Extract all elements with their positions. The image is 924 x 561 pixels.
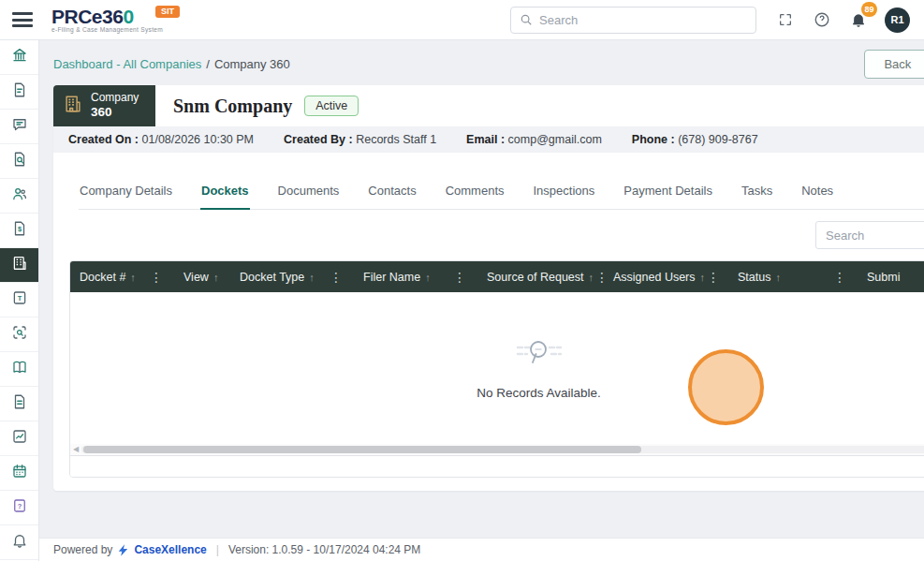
scan-search-icon [11, 324, 28, 345]
meta-email: Email : comp@gmail.com [466, 133, 602, 146]
scrollbar-track[interactable] [81, 446, 924, 453]
sidebar-item-calendar[interactable] [0, 456, 38, 491]
file-task-icon: T [11, 289, 28, 310]
grid-empty-state: No Records Available. [70, 292, 924, 444]
logo-text: PRCe360 [51, 6, 134, 27]
breadcrumb-current: Company 360 [214, 57, 290, 71]
search-icon [520, 13, 533, 26]
environment-badge: SIT [155, 6, 180, 18]
sidebar-nav: $ T ? [0, 40, 39, 561]
sidebar-item-documents[interactable] [0, 75, 38, 110]
breadcrumb-separator: / [206, 57, 210, 71]
company-tabs: Company Details Dockets Documents Contac… [79, 184, 924, 210]
global-search-input[interactable] [539, 13, 747, 27]
company-meta-strip: Created On : 01/08/2026 10:30 PM Created… [53, 126, 924, 153]
breadcrumb-link-dashboard[interactable]: Dashboard - All Companies [53, 57, 201, 71]
meta-phone: Phone : (678) 909-8767 [632, 133, 758, 146]
column-menu-icon[interactable]: ⋮ [328, 270, 345, 285]
sidebar-item-reports[interactable] [0, 387, 38, 421]
scrollbar-thumb[interactable] [83, 446, 641, 453]
sort-asc-icon[interactable]: ↑ [425, 272, 431, 283]
file-dollar-icon: $ [11, 220, 28, 241]
sort-asc-icon[interactable]: ↑ [309, 272, 315, 283]
logo-tagline: e-Filing & Case Management System [51, 27, 163, 34]
sidebar-item-comments[interactable] [0, 110, 38, 144]
sidebar-item-record-search[interactable] [0, 144, 38, 179]
sidebar-item-institution[interactable] [0, 40, 38, 75]
book-icon [11, 359, 28, 379]
main-content: Dashboard - All Companies / Company 360 … [39, 40, 924, 561]
grid-toolbar [53, 210, 924, 260]
building-badge-icon [63, 94, 83, 118]
version-text: Version: 1.0.59 - 10/17/2024 04:24 PM [228, 543, 420, 556]
tab-payment-details[interactable]: Payment Details [623, 184, 713, 209]
no-records-magnifier-icon [510, 336, 568, 374]
file-report-icon [11, 393, 28, 414]
column-header-docket-number[interactable]: Docket #↑⋮ [70, 261, 174, 292]
tab-company-details[interactable]: Company Details [79, 184, 173, 209]
sidebar-item-ledger[interactable] [0, 352, 38, 387]
fullscreen-icon[interactable] [775, 9, 796, 30]
column-header-source-of-request[interactable]: Source of Request↑⋮ [477, 261, 604, 292]
sidebar-item-users[interactable] [0, 179, 38, 214]
svg-text:$: $ [17, 225, 22, 233]
column-header-filer-name[interactable]: Filer Name↑⋮ [354, 261, 477, 292]
sidebar-item-companies[interactable] [0, 248, 38, 283]
dockets-grid: Docket #↑⋮ View↑ Docket Type↑⋮ Filer Nam… [69, 260, 924, 478]
scroll-left-icon[interactable]: ◀ [72, 446, 80, 453]
sidebar-item-analytics[interactable] [0, 421, 38, 456]
top-bar: PRCe360 e-Filing & Case Management Syste… [0, 0, 924, 40]
sort-asc-icon[interactable]: ↑ [130, 272, 136, 283]
grid-horizontal-scrollbar[interactable]: ◀ ▶ [70, 444, 924, 455]
casexellence-logo-icon [118, 544, 128, 556]
sidebar-item-tasks[interactable]: T [0, 283, 38, 317]
sidebar-item-help-center[interactable]: ? [0, 491, 38, 525]
tab-comments[interactable]: Comments [445, 184, 506, 209]
help-book-icon: ? [11, 497, 28, 518]
help-icon[interactable] [812, 9, 832, 30]
back-button[interactable]: Back [864, 50, 924, 79]
company-360-badge: Company360 [53, 85, 155, 126]
sort-asc-icon[interactable]: ↑ [213, 272, 219, 283]
meta-created-by: Created By : Records Staff 1 [284, 133, 436, 146]
sidebar-item-global-search[interactable] [0, 317, 38, 352]
global-search[interactable] [510, 7, 756, 34]
tab-inspections[interactable]: Inspections [533, 184, 596, 209]
grid-header-row: Docket #↑⋮ View↑ Docket Type↑⋮ Filer Nam… [70, 261, 924, 292]
page-title-company-name: Snm Company [173, 96, 292, 117]
column-menu-icon[interactable]: ⋮ [831, 270, 848, 285]
calendar-icon [11, 463, 28, 483]
column-header-view[interactable]: View↑ [174, 261, 230, 292]
footer-separator: | [216, 543, 219, 556]
sidebar-item-payments[interactable]: $ [0, 214, 38, 248]
column-menu-icon[interactable]: ⋮ [451, 270, 468, 285]
status-badge: Active [304, 96, 359, 116]
tab-documents[interactable]: Documents [277, 184, 341, 209]
sidebar-item-notifications[interactable] [0, 525, 38, 560]
institution-icon [11, 47, 28, 67]
breadcrumb: Dashboard - All Companies / Company 360 … [53, 50, 924, 78]
column-menu-icon[interactable]: ⋮ [705, 270, 722, 285]
column-header-assigned-users[interactable]: Assigned Users↑⋮ [604, 261, 728, 292]
meta-created-on: Created On : 01/08/2026 10:30 PM [68, 133, 254, 146]
tab-notes[interactable]: Notes [800, 184, 834, 209]
column-menu-icon[interactable]: ⋮ [148, 270, 165, 285]
notifications-bell-icon[interactable]: 89 [848, 9, 869, 30]
user-avatar[interactable]: R1 [885, 7, 910, 33]
tab-dockets[interactable]: Dockets [200, 184, 250, 210]
menu-hamburger-icon[interactable] [12, 12, 33, 27]
casexellence-brand-link[interactable]: CaseXellence [134, 543, 206, 556]
powered-by-label: Powered by [53, 543, 112, 556]
column-header-status[interactable]: Status↑⋮ [728, 261, 858, 292]
sort-asc-icon[interactable]: ↑ [775, 272, 781, 283]
tab-tasks[interactable]: Tasks [741, 184, 773, 209]
column-header-docket-type[interactable]: Docket Type↑⋮ [230, 261, 354, 292]
grid-search-input[interactable] [815, 221, 924, 249]
grid-pager: 0 - 0 of 0 items [70, 455, 924, 477]
tab-contacts[interactable]: Contacts [367, 184, 417, 209]
users-icon [11, 185, 28, 206]
column-header-submitted[interactable]: Submi [858, 261, 924, 292]
chat-icon [11, 116, 28, 137]
chart-icon [11, 428, 28, 449]
notification-count-badge: 89 [861, 2, 877, 17]
